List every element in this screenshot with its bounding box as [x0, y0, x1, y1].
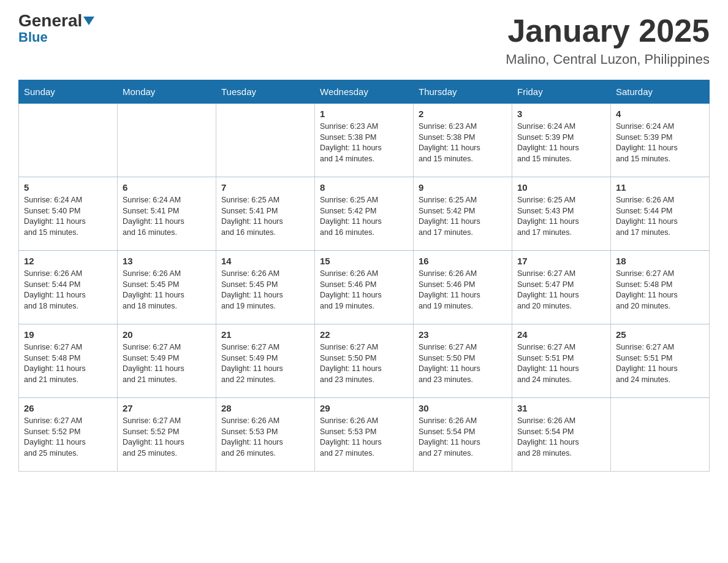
day-info: Sunrise: 6:27 AM Sunset: 5:51 PM Dayligh… [616, 342, 704, 385]
day-number: 25 [616, 329, 704, 340]
day-info: Sunrise: 6:27 AM Sunset: 5:52 PM Dayligh… [123, 416, 211, 459]
day-number: 27 [123, 403, 211, 413]
day-number: 10 [517, 182, 605, 193]
calendar-cell: 22Sunrise: 6:27 AM Sunset: 5:50 PM Dayli… [315, 324, 414, 398]
day-number: 3 [517, 109, 605, 119]
day-info: Sunrise: 6:24 AM Sunset: 5:39 PM Dayligh… [616, 121, 704, 164]
day-number: 6 [123, 182, 211, 193]
day-info: Sunrise: 6:27 AM Sunset: 5:50 PM Dayligh… [320, 342, 408, 385]
logo-triangle-icon [83, 17, 94, 25]
day-info: Sunrise: 6:27 AM Sunset: 5:48 PM Dayligh… [24, 342, 112, 385]
day-info: Sunrise: 6:24 AM Sunset: 5:39 PM Dayligh… [517, 121, 605, 164]
calendar-cell [118, 104, 216, 177]
day-number: 13 [123, 256, 211, 266]
day-number: 4 [616, 109, 704, 119]
day-info: Sunrise: 6:27 AM Sunset: 5:47 PM Dayligh… [517, 269, 605, 312]
day-info: Sunrise: 6:24 AM Sunset: 5:41 PM Dayligh… [123, 195, 211, 238]
day-info: Sunrise: 6:25 AM Sunset: 5:42 PM Dayligh… [320, 195, 408, 238]
day-info: Sunrise: 6:27 AM Sunset: 5:49 PM Dayligh… [123, 342, 211, 385]
calendar-cell: 19Sunrise: 6:27 AM Sunset: 5:48 PM Dayli… [19, 324, 118, 398]
calendar-cell: 16Sunrise: 6:26 AM Sunset: 5:46 PM Dayli… [414, 251, 512, 324]
title-area: January 2025 Malino, Central Luzon, Phil… [506, 12, 710, 67]
day-of-week-header: Sunday [19, 80, 118, 104]
day-number: 20 [123, 329, 211, 340]
day-info: Sunrise: 6:26 AM Sunset: 5:54 PM Dayligh… [419, 416, 507, 459]
day-info: Sunrise: 6:23 AM Sunset: 5:38 PM Dayligh… [320, 121, 408, 164]
day-of-week-header: Friday [512, 80, 611, 104]
day-info: Sunrise: 6:25 AM Sunset: 5:43 PM Dayligh… [517, 195, 605, 238]
calendar-cell: 28Sunrise: 6:26 AM Sunset: 5:53 PM Dayli… [216, 398, 315, 472]
day-number: 23 [419, 329, 507, 340]
day-number: 11 [616, 182, 704, 193]
calendar-cell: 18Sunrise: 6:27 AM Sunset: 5:48 PM Dayli… [611, 251, 710, 324]
calendar-week-row: 1Sunrise: 6:23 AM Sunset: 5:38 PM Daylig… [19, 104, 710, 177]
day-number: 26 [24, 403, 112, 413]
day-info: Sunrise: 6:26 AM Sunset: 5:53 PM Dayligh… [320, 416, 408, 459]
day-info: Sunrise: 6:26 AM Sunset: 5:44 PM Dayligh… [24, 269, 112, 312]
day-info: Sunrise: 6:25 AM Sunset: 5:42 PM Dayligh… [419, 195, 507, 238]
logo-blue-text: Blue [18, 29, 48, 45]
calendar-week-row: 12Sunrise: 6:26 AM Sunset: 5:44 PM Dayli… [19, 251, 710, 324]
calendar-cell: 6Sunrise: 6:24 AM Sunset: 5:41 PM Daylig… [118, 177, 216, 251]
day-number: 14 [221, 256, 309, 266]
day-of-week-header: Wednesday [315, 80, 414, 104]
day-number: 17 [517, 256, 605, 266]
calendar-subtitle: Malino, Central Luzon, Philippines [506, 52, 710, 67]
day-info: Sunrise: 6:26 AM Sunset: 5:46 PM Dayligh… [419, 269, 507, 312]
day-info: Sunrise: 6:24 AM Sunset: 5:40 PM Dayligh… [24, 195, 112, 238]
calendar-cell: 29Sunrise: 6:26 AM Sunset: 5:53 PM Dayli… [315, 398, 414, 472]
day-info: Sunrise: 6:26 AM Sunset: 5:44 PM Dayligh… [616, 195, 704, 238]
calendar-cell: 24Sunrise: 6:27 AM Sunset: 5:51 PM Dayli… [512, 324, 611, 398]
day-info: Sunrise: 6:27 AM Sunset: 5:48 PM Dayligh… [616, 269, 704, 312]
day-info: Sunrise: 6:27 AM Sunset: 5:51 PM Dayligh… [517, 342, 605, 385]
calendar-cell: 11Sunrise: 6:26 AM Sunset: 5:44 PM Dayli… [611, 177, 710, 251]
calendar-cell: 20Sunrise: 6:27 AM Sunset: 5:49 PM Dayli… [118, 324, 216, 398]
calendar-cell: 5Sunrise: 6:24 AM Sunset: 5:40 PM Daylig… [19, 177, 118, 251]
day-info: Sunrise: 6:27 AM Sunset: 5:50 PM Dayligh… [419, 342, 507, 385]
day-number: 5 [24, 182, 112, 193]
day-number: 31 [517, 403, 605, 413]
calendar-cell: 13Sunrise: 6:26 AM Sunset: 5:45 PM Dayli… [118, 251, 216, 324]
day-of-week-header: Thursday [414, 80, 512, 104]
calendar-cell: 21Sunrise: 6:27 AM Sunset: 5:49 PM Dayli… [216, 324, 315, 398]
day-info: Sunrise: 6:26 AM Sunset: 5:53 PM Dayligh… [221, 416, 309, 459]
calendar-cell: 25Sunrise: 6:27 AM Sunset: 5:51 PM Dayli… [611, 324, 710, 398]
page-header: General Blue January 2025 Malino, Centra… [18, 12, 710, 67]
day-of-week-header: Monday [118, 80, 216, 104]
day-info: Sunrise: 6:26 AM Sunset: 5:45 PM Dayligh… [123, 269, 211, 312]
calendar-cell [216, 104, 315, 177]
day-number: 21 [221, 329, 309, 340]
calendar-cell: 15Sunrise: 6:26 AM Sunset: 5:46 PM Dayli… [315, 251, 414, 324]
day-number: 8 [320, 182, 408, 193]
day-info: Sunrise: 6:26 AM Sunset: 5:45 PM Dayligh… [221, 269, 309, 312]
calendar-cell: 17Sunrise: 6:27 AM Sunset: 5:47 PM Dayli… [512, 251, 611, 324]
calendar-cell: 23Sunrise: 6:27 AM Sunset: 5:50 PM Dayli… [414, 324, 512, 398]
day-number: 16 [419, 256, 507, 266]
day-number: 12 [24, 256, 112, 266]
calendar-cell: 1Sunrise: 6:23 AM Sunset: 5:38 PM Daylig… [315, 104, 414, 177]
calendar-cell: 30Sunrise: 6:26 AM Sunset: 5:54 PM Dayli… [414, 398, 512, 472]
calendar-cell: 3Sunrise: 6:24 AM Sunset: 5:39 PM Daylig… [512, 104, 611, 177]
day-info: Sunrise: 6:23 AM Sunset: 5:38 PM Dayligh… [419, 121, 507, 164]
day-info: Sunrise: 6:27 AM Sunset: 5:52 PM Dayligh… [24, 416, 112, 459]
calendar-week-row: 5Sunrise: 6:24 AM Sunset: 5:40 PM Daylig… [19, 177, 710, 251]
day-number: 7 [221, 182, 309, 193]
calendar-cell [19, 104, 118, 177]
calendar-week-row: 19Sunrise: 6:27 AM Sunset: 5:48 PM Dayli… [19, 324, 710, 398]
calendar-cell [611, 398, 710, 472]
calendar-cell: 7Sunrise: 6:25 AM Sunset: 5:41 PM Daylig… [216, 177, 315, 251]
logo: General Blue [18, 12, 94, 45]
logo-general-text: General [18, 12, 94, 29]
calendar-cell: 27Sunrise: 6:27 AM Sunset: 5:52 PM Dayli… [118, 398, 216, 472]
day-info: Sunrise: 6:25 AM Sunset: 5:41 PM Dayligh… [221, 195, 309, 238]
day-number: 29 [320, 403, 408, 413]
calendar-cell: 31Sunrise: 6:26 AM Sunset: 5:54 PM Dayli… [512, 398, 611, 472]
day-number: 1 [320, 109, 408, 119]
calendar-cell: 12Sunrise: 6:26 AM Sunset: 5:44 PM Dayli… [19, 251, 118, 324]
calendar-week-row: 26Sunrise: 6:27 AM Sunset: 5:52 PM Dayli… [19, 398, 710, 472]
day-number: 24 [517, 329, 605, 340]
day-number: 28 [221, 403, 309, 413]
calendar-cell: 26Sunrise: 6:27 AM Sunset: 5:52 PM Dayli… [19, 398, 118, 472]
day-info: Sunrise: 6:26 AM Sunset: 5:46 PM Dayligh… [320, 269, 408, 312]
day-number: 9 [419, 182, 507, 193]
